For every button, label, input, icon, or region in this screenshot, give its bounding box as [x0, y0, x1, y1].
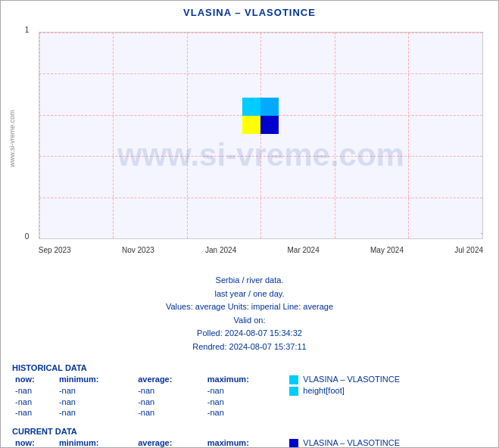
c-col-avg: average:: [135, 437, 204, 448]
info-line4: Valid on:: [1, 314, 498, 328]
historical-station: VLASINA – VLASOTINCE: [303, 375, 400, 384]
h-legend-label-0: height[foot]: [303, 386, 344, 395]
info-line2: last year / one day.: [1, 288, 498, 301]
c-col-max: maximum:: [204, 437, 286, 448]
h-legend-box-0: [289, 387, 298, 396]
site-logo: [242, 98, 279, 134]
h-row0-min: -nan: [56, 385, 135, 397]
info-line1: Serbia / river data.: [1, 274, 498, 288]
c-col-now: now:: [12, 437, 56, 448]
h-row2-min: -nan: [56, 407, 135, 418]
table-row: -nan -nan -nan -nan height[foot]: [12, 385, 487, 397]
current-table: now: minimum: average: maximum: VLASINA …: [12, 437, 487, 448]
chart-container: 1 0: [23, 21, 491, 256]
x-label-1: Nov 2023: [122, 246, 154, 254]
historical-col-headers: now: minimum: average: maximum: VLASINA …: [12, 374, 487, 385]
y-min-label: 0: [25, 232, 30, 241]
svg-rect-1: [242, 98, 260, 116]
table-row: -nan -nan -nan -nan: [12, 407, 487, 418]
x-label-0: Sep 2023: [39, 246, 71, 254]
h-row0-legend: height[foot]: [286, 385, 487, 397]
current-header: CURRENT DATA: [12, 427, 487, 436]
historical-legend-box: [289, 375, 298, 384]
x-label-2: Jan 2024: [205, 246, 236, 254]
h-row2-now: -nan: [12, 407, 56, 418]
h-row0-max: -nan: [204, 385, 286, 397]
x-label-3: Mar 2024: [288, 246, 320, 254]
col-max: maximum:: [204, 374, 286, 385]
current-col-headers: now: minimum: average: maximum: VLASINA …: [12, 437, 487, 448]
h-row1-avg: -nan: [135, 397, 204, 407]
chart-title: VLASINA – VLASOTINCE: [1, 1, 498, 21]
table-row: -nan -nan -nan -nan: [12, 397, 487, 407]
h-row2-max: -nan: [204, 407, 286, 418]
historical-legend: VLASINA – VLASOTINCE: [286, 374, 487, 385]
historical-table: now: minimum: average: maximum: VLASINA …: [12, 374, 487, 418]
y-max-label: 1: [25, 26, 30, 34]
svg-rect-0: [242, 116, 260, 134]
info-line6: Rendred: 2024-08-07 15:37:11: [1, 341, 498, 354]
current-legend: VLASINA – VLASOTINCE: [286, 437, 487, 448]
historical-header: HISTORICAL DATA: [12, 363, 487, 372]
svg-rect-2: [260, 98, 279, 116]
watermark-text: www.si-vreme.com: [39, 33, 482, 238]
y-axis-site-label: www.si-vreme.com: [8, 110, 16, 167]
h-row1-min: -nan: [56, 397, 135, 407]
c-col-min: minimum:: [56, 437, 135, 448]
h-row1-now: -nan: [12, 397, 56, 407]
h-row2-avg: -nan: [135, 407, 204, 418]
watermark-url: www.si-vreme.com: [117, 137, 404, 173]
current-station: VLASINA – VLASOTINCE: [303, 438, 400, 447]
info-line5: Polled: 2024-08-07 15:34:32: [1, 327, 498, 341]
historical-section: HISTORICAL DATA now: minimum: average: m…: [1, 357, 498, 421]
col-avg: average:: [135, 374, 204, 385]
h-row0-avg: -nan: [135, 385, 204, 397]
col-now: now:: [12, 374, 56, 385]
h-row1-max: -nan: [204, 397, 286, 407]
col-min: minimum:: [56, 374, 135, 385]
h-row0-now: -nan: [12, 385, 56, 397]
svg-rect-3: [260, 116, 279, 134]
info-line3: Values: average Units: imperial Line: av…: [1, 300, 498, 314]
info-section: Serbia / river data. last year / one day…: [1, 271, 498, 357]
x-label-5: Jul 2024: [454, 246, 483, 254]
current-section: CURRENT DATA now: minimum: average: maxi…: [1, 421, 498, 448]
x-label-4: May 2024: [370, 246, 404, 254]
current-legend-box: [289, 439, 298, 448]
chart-area: www.si-vreme.com 1 0: [1, 21, 498, 271]
